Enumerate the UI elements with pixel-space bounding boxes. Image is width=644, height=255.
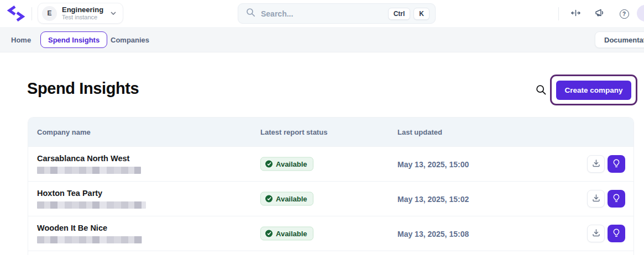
status-badge: Available — [260, 192, 313, 206]
documentation-button[interactable]: Documentation — [595, 31, 644, 48]
search-shortcut: Ctrl K — [388, 8, 430, 20]
download-report-button[interactable] — [587, 155, 605, 173]
view-insights-button[interactable] — [608, 155, 625, 173]
workspace-name: Engineering — [62, 6, 103, 14]
megaphone-icon — [594, 8, 605, 20]
status-badge: Available — [260, 227, 313, 241]
company-name: Hoxton Tea Party — [37, 189, 146, 198]
user-avatar[interactable]: I — [637, 5, 644, 22]
column-header-last-updated: Last updated — [397, 118, 442, 146]
lightbulb-icon — [612, 228, 621, 239]
resize-horizontal-icon — [570, 8, 581, 20]
workspace-subtitle: Test instance — [62, 14, 103, 21]
check-circle-icon — [265, 195, 273, 203]
download-report-button[interactable] — [587, 190, 605, 208]
check-circle-icon — [265, 161, 273, 168]
last-updated: May 13, 2025, 15:02 — [397, 182, 469, 216]
table-row: Hoxton Tea Party Available May 13, 2025,… — [28, 181, 633, 216]
nav-tab-home[interactable]: Home — [11, 27, 31, 52]
nav-tab-spend-insights[interactable]: Spend Insights — [40, 31, 107, 48]
status-badge: Available — [260, 157, 313, 171]
table-row — [28, 251, 633, 255]
search-icon — [536, 89, 547, 97]
download-icon — [591, 158, 601, 169]
download-icon — [591, 228, 601, 239]
app-logo-icon — [7, 5, 25, 22]
companies-table: Company name Latest report status Last u… — [28, 117, 634, 255]
column-header-company-name: Company name — [37, 118, 91, 146]
lightbulb-icon — [612, 193, 621, 204]
workspace-avatar: E — [42, 6, 57, 21]
global-search: Ctrl K — [238, 3, 436, 24]
page-title: Spend Insights — [27, 79, 139, 98]
redacted-text — [37, 167, 141, 174]
ctrl-key-badge: Ctrl — [388, 8, 411, 20]
divider — [32, 7, 32, 20]
search-icon — [246, 8, 255, 19]
create-company-button[interactable]: Create company — [556, 81, 631, 100]
download-report-button[interactable] — [587, 225, 605, 242]
top-bar: E Engineering Test instance Ctrl K — [0, 0, 644, 27]
table-row: Wooden It Be Nice Available May 13, 2025… — [28, 216, 633, 251]
company-name: Carsablanca North West — [37, 154, 141, 163]
status-label: Available — [276, 230, 307, 238]
divider — [558, 7, 559, 20]
last-updated: May 13, 2025, 15:08 — [397, 216, 469, 251]
column-header-report-status: Latest report status — [260, 118, 327, 146]
status-label: Available — [276, 160, 307, 168]
lightbulb-icon — [612, 158, 621, 169]
table-search-button[interactable] — [535, 84, 547, 97]
app-window: E Engineering Test instance Ctrl K — [0, 0, 644, 255]
help-button[interactable]: ? — [617, 7, 631, 20]
k-key-badge: K — [413, 8, 430, 20]
table-row: Carsablanca North West Available May 13,… — [28, 146, 633, 181]
company-name: Wooden It Be Nice — [37, 224, 142, 232]
last-updated: May 13, 2025, 15:00 — [397, 147, 469, 182]
resize-horizontal-button[interactable] — [569, 7, 582, 20]
view-insights-button[interactable] — [608, 190, 625, 208]
view-insights-button[interactable] — [608, 225, 625, 242]
status-label: Available — [276, 195, 307, 203]
download-icon — [591, 193, 601, 204]
announcements-button[interactable] — [593, 7, 606, 20]
nav-tab-companies[interactable]: Companies — [111, 27, 149, 52]
chevron-down-icon — [111, 12, 116, 15]
redacted-text — [37, 236, 142, 243]
nav-bar: Home Spend Insights Companies Documentat… — [0, 27, 644, 52]
search-input[interactable] — [261, 9, 388, 18]
help-icon: ? — [620, 9, 629, 19]
table-header: Company name Latest report status Last u… — [28, 118, 633, 146]
workspace-selector[interactable]: E Engineering Test instance — [38, 3, 123, 24]
check-circle-icon — [265, 230, 273, 237]
redacted-text — [37, 201, 146, 209]
